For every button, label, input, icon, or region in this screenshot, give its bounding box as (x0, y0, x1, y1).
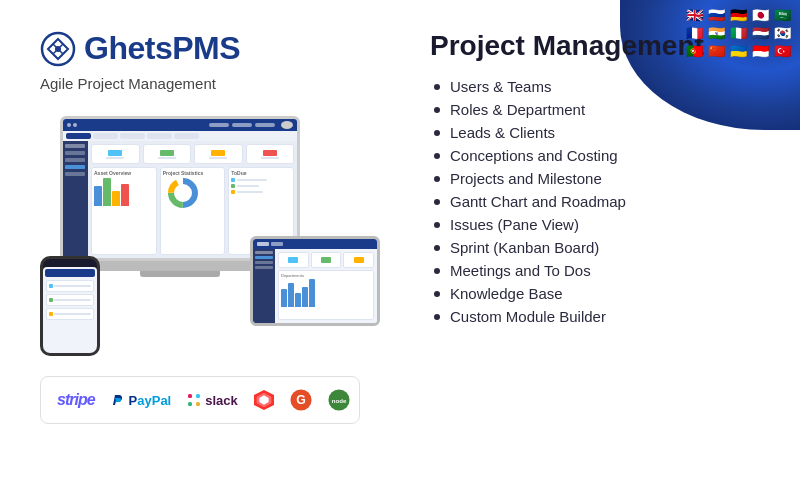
flag: 🇮🇳 (706, 26, 726, 40)
svg-rect-9 (196, 402, 200, 406)
right-panel: Project Management Users & TeamsRoles & … (400, 0, 800, 460)
feature-label: Roles & Department (450, 101, 585, 118)
feature-item-roles-dept: Roles & Department (430, 101, 760, 118)
bullet-icon (434, 176, 440, 182)
feature-item-custom-module: Custom Module Builder (430, 308, 760, 325)
flag: 🇸🇦 (772, 8, 792, 22)
feature-label: Issues (Pane View) (450, 216, 579, 233)
feature-label: Projects and Milestone (450, 170, 602, 187)
feature-item-projects-milestone: Projects and Milestone (430, 170, 760, 187)
bullet-icon (434, 153, 440, 159)
flag: 🇨🇳 (706, 44, 726, 58)
svg-point-5 (177, 187, 189, 199)
feature-label: Users & Teams (450, 78, 551, 95)
stripe-logo: stripe (57, 391, 95, 409)
logo-suffix: hetsPMS (108, 30, 240, 66)
logo-text: GhetsPMS (84, 30, 240, 67)
feature-label: Sprint (Kanban Board) (450, 239, 599, 256)
left-panel: GhetsPMS Agile Project Management (0, 0, 400, 500)
slack-logo: slack (187, 393, 238, 408)
svg-rect-8 (188, 402, 192, 406)
feature-label: Meetings and To Dos (450, 262, 591, 279)
flags-container: 🇬🇧🇷🇺🇩🇪🇯🇵🇸🇦🇫🇷🇮🇳🇮🇹🇳🇱🇰🇷🇵🇹🇨🇳🇺🇦🇮🇩🇹🇷 (684, 8, 792, 60)
feature-label: Gantt Chart and Roadmap (450, 193, 626, 210)
logo-icon (40, 31, 76, 67)
feature-item-issues: Issues (Pane View) (430, 216, 760, 233)
flag: 🇹🇷 (772, 44, 792, 58)
feature-label: Custom Module Builder (450, 308, 606, 325)
bullet-icon (434, 245, 440, 251)
feature-item-sprint: Sprint (Kanban Board) (430, 239, 760, 256)
bullet-icon (434, 291, 440, 297)
feature-label: Leads & Clients (450, 124, 555, 141)
phone-mockup (40, 256, 100, 356)
feature-item-conceptions-costing: Conceptions and Costing (430, 147, 760, 164)
flag: 🇩🇪 (728, 8, 748, 22)
flag: 🇺🇦 (728, 44, 748, 58)
bullet-icon (434, 222, 440, 228)
paypal-logo: PayPal (111, 393, 172, 408)
flag: 🇰🇷 (772, 26, 792, 40)
bullet-icon (434, 268, 440, 274)
svg-point-1 (55, 46, 61, 52)
feature-item-users-teams: Users & Teams (430, 78, 760, 95)
bullet-icon (434, 314, 440, 320)
bullet-icon (434, 84, 440, 90)
flag: 🇯🇵 (750, 8, 770, 22)
flag: 🇫🇷 (684, 26, 704, 40)
flag: 🇷🇺 (706, 8, 726, 22)
svg-rect-6 (188, 394, 192, 398)
svg-rect-7 (196, 394, 200, 398)
flag: 🇵🇹 (684, 44, 704, 58)
bullet-icon (434, 199, 440, 205)
tagline: Agile Project Management (40, 75, 370, 92)
mockup-area: Asset Overview Project Statistics (40, 116, 380, 356)
logo-prefix: G (84, 30, 108, 66)
feature-label: Knowledge Base (450, 285, 563, 302)
bullet-icon (434, 107, 440, 113)
feature-item-gantt-chart: Gantt Chart and Roadmap (430, 193, 760, 210)
payment-logos: stripe PayPal slack (40, 376, 360, 424)
flag: 🇳🇱 (750, 26, 770, 40)
logo-area: GhetsPMS (40, 30, 370, 67)
flag: 🇬🇧 (684, 8, 704, 22)
svg-text:G: G (296, 393, 306, 407)
feature-item-knowledge-base: Knowledge Base (430, 285, 760, 302)
flag: 🇮🇩 (750, 44, 770, 58)
feature-label: Conceptions and Costing (450, 147, 618, 164)
laravel-logo (254, 390, 274, 410)
feature-item-leads-clients: Leads & Clients (430, 124, 760, 141)
feature-item-meetings-todos: Meetings and To Dos (430, 262, 760, 279)
bullet-icon (434, 130, 440, 136)
tablet-mockup: Departments (250, 236, 380, 336)
svg-text:node: node (331, 397, 346, 404)
feature-list: Users & TeamsRoles & DepartmentLeads & C… (430, 78, 760, 325)
flag: 🇮🇹 (728, 26, 748, 40)
node-logo: node (328, 389, 350, 411)
scribe-logo: G (290, 389, 312, 411)
